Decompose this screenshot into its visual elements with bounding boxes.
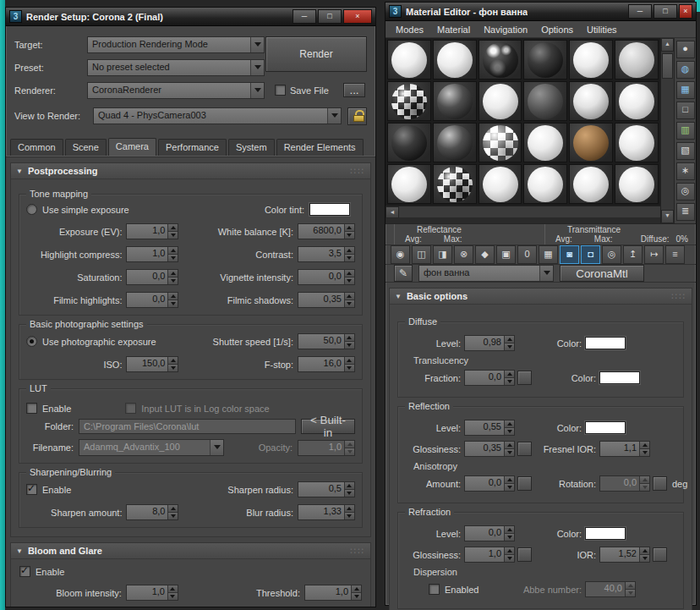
fstop-spinner[interactable]: 16,0 xyxy=(298,356,355,372)
spinner-down-icon[interactable] xyxy=(345,365,354,371)
tab-camera[interactable]: Camera xyxy=(108,138,156,156)
material-sample-slot[interactable] xyxy=(433,164,477,204)
spinner-field[interactable]: 0,55 xyxy=(465,420,504,435)
spinner-down-icon[interactable] xyxy=(352,593,361,600)
fraction-spinner[interactable]: 0,0 xyxy=(464,370,515,386)
white-balance-spinner[interactable]: 6800,0 xyxy=(298,223,355,239)
postprocessing-rollout-header[interactable]: ▼ Postprocessing ∷∷ xyxy=(11,163,370,179)
spinner-down-icon[interactable] xyxy=(345,278,354,284)
spinner-field[interactable]: 0,0 xyxy=(127,293,167,307)
material-sample-slot[interactable] xyxy=(523,164,567,204)
glossiness-map-button[interactable] xyxy=(517,442,532,456)
spinner-arrows[interactable] xyxy=(504,547,514,562)
color-tint-swatch[interactable] xyxy=(309,203,350,216)
render-setup-titlebar[interactable]: 3 Render Setup: Corona 2 (Final) ─ □ × xyxy=(6,8,375,26)
spinner-up-icon[interactable] xyxy=(168,270,178,278)
render-button[interactable]: Render xyxy=(265,36,367,72)
lut-folder-field[interactable]: C:\Program Files\Corona\lut xyxy=(79,419,296,434)
spinner-up-icon[interactable] xyxy=(168,247,178,255)
refraction-color-swatch[interactable] xyxy=(585,527,626,540)
material-sample-slot[interactable] xyxy=(387,81,431,121)
lut-builtin-button[interactable]: < Built-in xyxy=(301,419,355,434)
combo-arrow-icon[interactable] xyxy=(327,108,341,124)
filmic-shadows-spinner[interactable]: 0,35 xyxy=(298,292,355,308)
spinner-field[interactable]: 6800,0 xyxy=(298,224,344,239)
spinner-down-icon[interactable] xyxy=(345,513,354,519)
scroll-up-icon[interactable]: ▲ xyxy=(661,38,674,52)
go-forward-button[interactable]: ↦ xyxy=(644,245,664,264)
spinner-arrows[interactable] xyxy=(504,371,514,385)
scroll-down-icon[interactable]: ▼ xyxy=(661,210,674,223)
spinner-up-icon[interactable] xyxy=(345,441,354,448)
exposure-ev-spinner[interactable]: 1,0 xyxy=(126,223,178,239)
material-sample-slot[interactable] xyxy=(523,81,567,121)
spinner-up-icon[interactable] xyxy=(168,293,178,300)
shutter-speed-spinner[interactable]: 50,0 xyxy=(298,333,355,349)
material-sample-slot[interactable] xyxy=(615,123,659,162)
spinner-up-icon[interactable] xyxy=(168,505,178,513)
spinner-field[interactable]: 1,0 xyxy=(465,547,504,562)
spinner-down-icon[interactable] xyxy=(505,449,514,456)
save-file-browse-button[interactable]: ... xyxy=(343,83,365,97)
put-to-library-button[interactable]: ▣ xyxy=(496,245,516,264)
material-sample-slot[interactable] xyxy=(387,164,431,204)
reset-map-button[interactable]: ⊗ xyxy=(454,245,473,264)
renderer-dropdown[interactable]: CoronaRenderer xyxy=(87,82,265,99)
highlight-compress-spinner[interactable]: 1,0 xyxy=(126,246,178,262)
anisotropy-rotation-spinner[interactable]: 0,0 xyxy=(599,475,650,492)
spinner-arrows[interactable] xyxy=(344,270,354,284)
spinner-up-icon[interactable] xyxy=(505,476,514,484)
lock-viewport-button[interactable] xyxy=(347,107,367,125)
spinner-down-icon[interactable] xyxy=(505,343,514,350)
material-sample-slot[interactable] xyxy=(479,123,522,162)
spinner-arrows[interactable] xyxy=(167,293,178,307)
material-sample-slot[interactable] xyxy=(433,40,477,80)
spinner-down-icon[interactable] xyxy=(345,300,354,307)
show-realistic-viewport-button[interactable]: ◘ xyxy=(581,245,600,264)
spinner-field[interactable]: 16,0 xyxy=(298,357,344,371)
tab-system[interactable]: System xyxy=(228,139,275,156)
spinner-up-icon[interactable] xyxy=(345,505,354,513)
spinner-field[interactable]: 40,0 xyxy=(586,582,625,596)
rollout-grip-icon[interactable]: ∷∷ xyxy=(350,166,365,177)
maximize-icon[interactable]: □ xyxy=(318,9,342,24)
spinner-up-icon[interactable] xyxy=(345,224,354,232)
minimize-icon[interactable]: ─ xyxy=(293,9,316,24)
material-sample-slot[interactable] xyxy=(387,123,431,162)
material-name-dropdown[interactable]: фон ванна xyxy=(418,265,554,282)
close-icon[interactable]: × xyxy=(343,9,372,24)
spinner-arrows[interactable] xyxy=(504,420,514,435)
material-sample-slot[interactable] xyxy=(479,40,522,80)
spinner-arrows[interactable] xyxy=(504,442,514,456)
options-icon[interactable]: ∗ xyxy=(676,162,695,180)
spinner-arrows[interactable] xyxy=(167,224,178,239)
scroll-left-icon[interactable]: ◄ xyxy=(386,206,399,218)
spinner-up-icon[interactable] xyxy=(640,547,649,555)
spinner-down-icon[interactable] xyxy=(640,449,649,456)
spinner-down-icon[interactable] xyxy=(345,342,354,349)
spinner-arrows[interactable] xyxy=(639,442,649,456)
spinner-field[interactable]: 0,98 xyxy=(465,336,504,350)
material-sample-slot[interactable] xyxy=(569,40,613,80)
ior-spinner[interactable]: 1,52 xyxy=(599,547,650,563)
material-sample-slot[interactable] xyxy=(523,40,567,80)
spinner-up-icon[interactable] xyxy=(345,247,354,255)
spinner-field[interactable]: 0,0 xyxy=(465,476,504,491)
lut-enable-checkbox[interactable] xyxy=(26,403,37,414)
sharpen-radius-spinner[interactable]: 0,5 xyxy=(298,481,355,497)
spinner-down-icon[interactable] xyxy=(640,555,649,562)
bloom-glare-rollout-header[interactable]: ▼ Bloom and Glare ∷∷ xyxy=(11,543,370,559)
spinner-field[interactable]: 1,0 xyxy=(305,585,351,600)
spinner-field[interactable]: 1,52 xyxy=(600,547,639,562)
spinner-down-icon[interactable] xyxy=(168,513,178,519)
spinner-field[interactable]: 1,0 xyxy=(127,585,167,600)
material-sample-slot[interactable] xyxy=(615,164,659,204)
spinner-up-icon[interactable] xyxy=(505,442,514,449)
amount-map-button[interactable] xyxy=(517,476,532,491)
show-background-button[interactable]: ▦ xyxy=(539,245,558,264)
vignette-intensity-spinner[interactable]: 0,0 xyxy=(298,269,355,285)
combo-arrow-icon[interactable] xyxy=(250,60,264,75)
material-map-navigator-icon[interactable]: ≣ xyxy=(676,203,695,221)
rollout-grip-icon[interactable]: ∷∷ xyxy=(671,291,686,302)
make-preview-icon[interactable]: ▧ xyxy=(676,142,695,160)
